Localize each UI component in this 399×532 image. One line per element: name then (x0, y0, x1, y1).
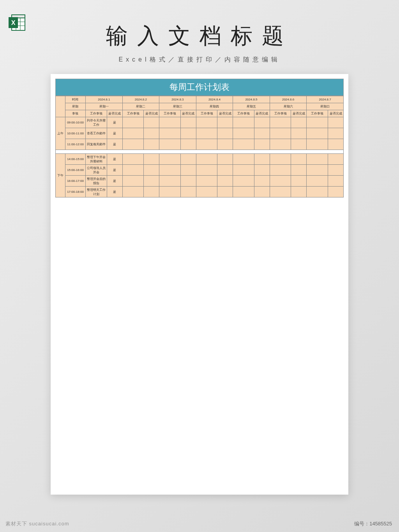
date-cell: 2024.8.4 (196, 96, 233, 103)
time-cell: 16:00-17:00 (65, 176, 85, 187)
weekday-cell: 星期一 (86, 103, 123, 110)
sheet-title: 每周工作计划表 (55, 79, 344, 96)
table-row: 16:00-17:00 整理开会后的报告 是 (56, 176, 344, 187)
corner-cell (56, 96, 65, 117)
section-morning: 上午 (56, 117, 65, 150)
time-cell: 17:00-18:00 (65, 187, 85, 197)
weekday-cell: 星期三 (159, 103, 196, 110)
done-cell: 是 (107, 139, 122, 150)
done-cell: 是 (107, 176, 122, 187)
gap-row (56, 150, 344, 154)
col-done-label: 是否完成 (180, 110, 196, 117)
time-cell: 09:00-10:00 (65, 117, 85, 128)
footer-watermark: 素材天下 sucaisucai.com (5, 520, 69, 527)
col-task-label: 工作事项 (122, 110, 144, 117)
footer-id: 编号：14585525 (354, 520, 392, 527)
weekday-cell: 星期四 (196, 103, 233, 110)
col-done-label: 是否完成 (144, 110, 159, 117)
document-page: 每周工作计划表 时间 2024.8.1 2024.8.2 2024.8.3 20… (51, 74, 348, 495)
date-cell: 2024.8.5 (233, 96, 270, 103)
weekday-cell: 星期五 (233, 103, 270, 110)
table-row: 17:00-18:00 整理明天工作计划 是 (56, 187, 344, 197)
time-cell: 11:00-12:00 (65, 139, 85, 150)
col-done-label: 是否完成 (291, 110, 307, 117)
table-row: 15:00-16:00 公司领导人员开会 是 (56, 165, 344, 176)
table-row: 11:00-12:00 回复相关邮件 是 (56, 139, 344, 150)
col-done-label: 是否完成 (107, 110, 122, 117)
col-done-label: 是否完成 (328, 110, 344, 117)
col-task-label: 工作事项 (307, 110, 328, 117)
weekday-cell: 星期六 (270, 103, 307, 110)
svg-text:X: X (11, 19, 16, 26)
task-cell: 整理下午开会所需材料 (86, 154, 107, 165)
page-main-title: 输入文档标题 (0, 0, 399, 51)
col-task-label: 工作事项 (270, 110, 291, 117)
table-row: 10:00-11:00 查看工作邮件 是 (56, 128, 344, 139)
dates-row: 时间 2024.8.1 2024.8.2 2024.8.3 2024.8.4 2… (56, 96, 344, 103)
subheader-row: 事项 工作事项 是否完成 工作事项 是否完成 工作事项 是否完成 工作事项 是否… (56, 110, 344, 117)
table-row: 下午 14:00-15:00 整理下午开会所需材料 是 (56, 154, 344, 165)
excel-icon: X (8, 13, 26, 32)
done-cell: 是 (107, 154, 122, 165)
time-cell: 10:00-11:00 (65, 128, 85, 139)
date-cell: 2024.8.3 (159, 96, 196, 103)
task-cell: 列举今天所需工作 (86, 117, 107, 128)
date-cell: 2024.8.1 (86, 96, 123, 103)
col-task-label: 工作事项 (86, 110, 107, 117)
time-cell: 15:00-16:00 (65, 165, 85, 176)
task-cell: 回复相关邮件 (86, 139, 107, 150)
done-cell: 是 (107, 128, 122, 139)
row-label-time: 时间 (65, 96, 85, 103)
weekday-cell: 星期二 (122, 103, 159, 110)
weekday-cell: 星期日 (307, 103, 344, 110)
task-cell: 查看工作邮件 (86, 128, 107, 139)
col-task-label: 工作事项 (159, 110, 181, 117)
page-subtitle: Excel格式／直接打印／内容随意编辑 (0, 56, 399, 64)
done-cell: 是 (107, 117, 122, 128)
time-cell: 14:00-15:00 (65, 154, 85, 165)
date-cell: 2024.8.6 (270, 96, 307, 103)
weekly-plan-table: 时间 2024.8.1 2024.8.2 2024.8.3 2024.8.4 2… (55, 96, 344, 197)
done-cell: 是 (107, 165, 122, 176)
col-done-label: 是否完成 (254, 110, 270, 117)
table-row: 上午 09:00-10:00 列举今天所需工作 是 (56, 117, 344, 128)
row-label-item: 事项 (65, 110, 85, 117)
done-cell: 是 (107, 187, 122, 197)
date-cell: 2024.8.7 (307, 96, 344, 103)
col-task-label: 工作事项 (233, 110, 254, 117)
task-cell: 整理开会后的报告 (86, 176, 107, 187)
task-cell: 整理明天工作计划 (86, 187, 107, 197)
footer-id-value: 14585525 (369, 521, 392, 527)
col-done-label: 是否完成 (217, 110, 233, 117)
col-task-label: 工作事项 (196, 110, 217, 117)
task-cell: 公司领导人员开会 (86, 165, 107, 176)
section-afternoon: 下午 (56, 154, 65, 197)
date-cell: 2024.8.2 (122, 96, 159, 103)
row-label-weekday: 星期 (65, 103, 85, 110)
footer-id-label: 编号： (354, 521, 369, 527)
weekdays-row: 星期 星期一 星期二 星期三 星期四 星期五 星期六 星期日 (56, 103, 344, 110)
